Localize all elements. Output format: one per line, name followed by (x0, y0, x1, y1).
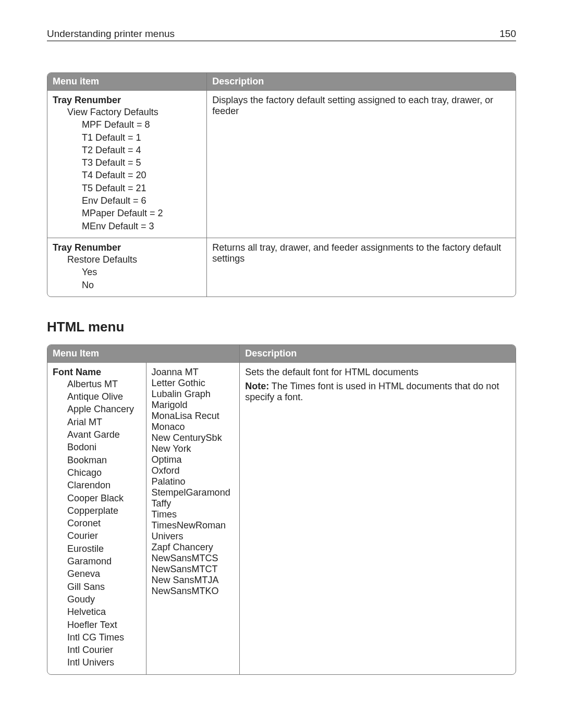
font-option: Coronet (53, 517, 141, 529)
font-option: Goudy (53, 593, 141, 606)
section-title: Understanding printer menus (47, 28, 175, 40)
menu-item-sub: Restore Defaults (53, 253, 201, 266)
font-option: Zapf Chancery (152, 542, 235, 553)
note-label: Note: (245, 381, 269, 391)
menu-item-value: T1 Default = 1 (53, 131, 201, 144)
col-header-description: Description (206, 73, 516, 91)
font-option: New CenturySbk (152, 433, 235, 443)
html-menu-table: Menu Item Description Font Name Albertus… (47, 344, 516, 675)
font-option: Times (152, 509, 235, 520)
menu-item-cell: Font Name Albertus MT Antique Olive Appl… (47, 363, 146, 674)
menu-item-value: Yes (53, 266, 201, 278)
font-option: Hoefler Text (53, 619, 141, 631)
menu-item-value: MPaper Default = 2 (53, 207, 201, 219)
description-cell: Returns all tray, drawer, and feeder ass… (206, 238, 516, 297)
font-option: Taffy (152, 498, 235, 509)
col-header-menu-item: Menu Item (47, 345, 239, 363)
menu-item-value: T4 Default = 20 (53, 169, 201, 181)
menu-item-sub: View Factory Defaults (53, 106, 201, 118)
menu-item-root: Font Name (53, 367, 141, 378)
running-header: Understanding printer menus 150 (47, 28, 516, 41)
font-option: Avant Garde (53, 428, 141, 441)
font-option: Antique Olive (53, 390, 141, 403)
font-option: Univers (152, 531, 235, 542)
font-option: Apple Chancery (53, 403, 141, 415)
font-option: TimesNewRoman (152, 520, 235, 531)
font-option: Copperplate (53, 504, 141, 517)
page-number: 150 (499, 28, 516, 40)
page: Understanding printer menus 150 Menu ite… (0, 0, 563, 728)
menu-item-cell: Tray Renumber View Factory Defaults MPF … (47, 91, 206, 238)
font-option: Garamond (53, 555, 141, 567)
font-option: Optima (152, 454, 235, 465)
font-option: MonaLisa Recut (152, 411, 235, 422)
font-option: Gill Sans (53, 581, 141, 593)
font-option: Helvetica (53, 606, 141, 618)
note-text: The Times font is used in HTML documents… (245, 381, 499, 402)
menu-item-value: T5 Default = 21 (53, 182, 201, 194)
font-option: Bodoni (53, 441, 141, 453)
font-option: Cooper Black (53, 492, 141, 504)
font-option: Palatino (152, 476, 235, 487)
menu-item-value: Env Default = 6 (53, 194, 201, 207)
font-option: Albertus MT (53, 378, 141, 390)
menu-item-root: Tray Renumber (53, 242, 201, 253)
menu-item-cell: Tray Renumber Restore Defaults Yes No (47, 238, 206, 297)
font-option: Geneva (53, 567, 141, 580)
font-option: Bookman (53, 454, 141, 466)
col-header-menu-item: Menu item (47, 73, 206, 91)
menu-item-value: T2 Default = 4 (53, 144, 201, 156)
font-option: NewSansMTKO (152, 586, 235, 597)
font-option: Clarendon (53, 479, 141, 491)
menu-item-value: MPF Default = 8 (53, 118, 201, 131)
font-option: Joanna MT (152, 367, 235, 378)
font-option: Courier (53, 529, 141, 542)
description-cell: Displays the factory default setting ass… (206, 91, 516, 238)
font-option: Monaco (152, 422, 235, 433)
font-option: Intl Courier (53, 644, 141, 656)
table-row: Tray Renumber Restore Defaults Yes No Re… (47, 238, 516, 297)
font-option: New SansMTJA (152, 575, 235, 586)
font-option: Marigold (152, 400, 235, 411)
menu-item-root: Tray Renumber (53, 95, 201, 106)
font-option: New York (152, 443, 235, 454)
font-option: Oxford (152, 465, 235, 476)
description-cell: Sets the default font for HTML documents… (239, 363, 516, 674)
col-header-description: Description (239, 345, 516, 363)
font-option: Eurostile (53, 542, 141, 555)
font-option: Letter Gothic (152, 378, 235, 389)
menu-item-value: T3 Default = 5 (53, 156, 201, 169)
font-option: Intl CG Times (53, 631, 141, 644)
menu-item-cell-col2: Joanna MT Letter Gothic Lubalin Graph Ma… (146, 363, 240, 674)
menu-item-value: No (53, 279, 201, 291)
menu-item-value: MEnv Default = 3 (53, 220, 201, 232)
tray-renumber-table: Menu item Description Tray Renumber View… (47, 72, 516, 297)
description-text: Sets the default font for HTML documents (245, 367, 510, 378)
font-option: Arial MT (53, 416, 141, 428)
font-option: Chicago (53, 466, 141, 479)
section-heading: HTML menu (47, 319, 516, 335)
table-row: Tray Renumber View Factory Defaults MPF … (47, 91, 516, 238)
description-note: Note: The Times font is used in HTML doc… (245, 381, 510, 403)
font-option: NewSansMTCS (152, 553, 235, 564)
font-option: Lubalin Graph (152, 389, 235, 400)
font-option: NewSansMTCT (152, 564, 235, 575)
font-option: Intl Univers (53, 656, 141, 669)
font-option: StempelGaramond (152, 487, 235, 498)
table-row: Font Name Albertus MT Antique Olive Appl… (47, 363, 516, 674)
